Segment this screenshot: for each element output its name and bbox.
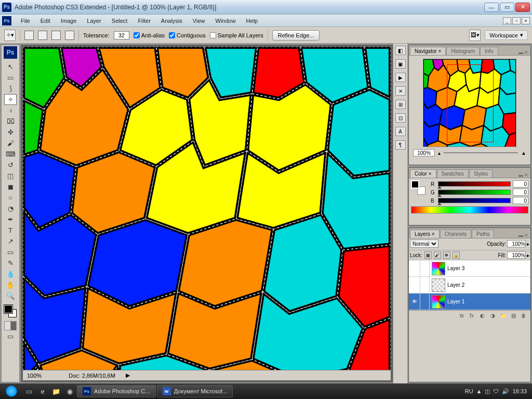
layer-thumbnail[interactable]	[432, 278, 445, 292]
start-button[interactable]	[1, 384, 22, 398]
refine-edge-button[interactable]: Refine Edge...	[272, 30, 320, 41]
new-selection-icon[interactable]	[24, 31, 34, 40]
eyedrop-tool[interactable]: 💧	[4, 269, 17, 280]
blue-input[interactable]	[513, 197, 528, 204]
move-tool[interactable]: ↖	[4, 61, 17, 72]
brush-tool[interactable]: 🖌	[4, 138, 17, 149]
antialias-checkbox[interactable]: Anti-alias	[134, 32, 165, 38]
tab-layers[interactable]: Layers ×	[410, 230, 440, 238]
ie-icon[interactable]: e	[36, 385, 49, 397]
menu-window[interactable]: Window	[210, 16, 241, 25]
stamp-tool[interactable]: ⌨	[4, 149, 17, 159]
layer-thumbnail[interactable]	[432, 295, 445, 309]
maximize-button[interactable]: ▭	[500, 3, 514, 12]
visibility-icon[interactable]	[409, 277, 420, 293]
quick-mask-toggle[interactable]	[4, 321, 17, 330]
volume-icon[interactable]: 🔊	[502, 388, 509, 395]
adjustment-layer-icon[interactable]: ◑	[489, 312, 496, 320]
lock-position-icon[interactable]: ✥	[443, 251, 450, 259]
menu-edit[interactable]: Edit	[35, 16, 56, 25]
doc-minimize-button[interactable]: _	[503, 17, 511, 24]
close-button[interactable]: ✕	[515, 3, 530, 12]
slice-tool[interactable]: ⌧	[4, 116, 17, 127]
visibility-icon[interactable]: 👁	[409, 294, 420, 310]
zoom-display[interactable]: 100%	[27, 373, 58, 379]
pen-tool[interactable]: ✒	[4, 214, 17, 225]
show-desktop-icon[interactable]: ▭	[23, 385, 35, 397]
crop-tool[interactable]: ⫞	[4, 105, 17, 116]
ps-logo-icon[interactable]: Ps	[2, 16, 11, 25]
type-tool[interactable]: T	[4, 225, 17, 236]
menu-layer[interactable]: Layer	[82, 16, 107, 25]
tray-icon[interactable]: 🛡	[493, 388, 499, 394]
red-slider[interactable]	[438, 181, 511, 187]
layer-row[interactable]: 👁 Layer 1	[409, 294, 530, 310]
dock-icon-1[interactable]: ▣	[395, 59, 406, 69]
new-layer-icon[interactable]: ▤	[510, 312, 517, 320]
lock-all-icon[interactable]: 🔒	[453, 251, 460, 259]
dodge-tool[interactable]: ◔	[4, 203, 17, 214]
menu-analysis[interactable]: Analysis	[156, 16, 188, 25]
zoom-out-icon[interactable]: ▴	[438, 150, 441, 156]
menu-filter[interactable]: Filter	[132, 16, 155, 25]
tab-paths[interactable]: Paths	[472, 230, 495, 238]
intersect-selection-icon[interactable]	[65, 31, 74, 40]
language-indicator[interactable]: RU	[465, 388, 473, 394]
marquee-tool[interactable]: ▭	[4, 72, 17, 83]
tray-icon[interactable]: ◫	[485, 388, 490, 395]
path-tool[interactable]: ↗	[4, 236, 17, 247]
panel-close-icon[interactable]: ✕	[524, 50, 528, 55]
lock-transparent-icon[interactable]: ▦	[424, 251, 432, 259]
layer-row[interactable]: Layer 2	[409, 277, 530, 294]
blur-tool[interactable]: ○	[4, 192, 17, 203]
zoom-tool[interactable]: 🔍	[4, 290, 17, 301]
contiguous-checkbox[interactable]: Contiguous	[169, 32, 206, 38]
add-selection-icon[interactable]	[38, 31, 47, 40]
history-tool[interactable]: ↺	[4, 159, 17, 170]
menu-select[interactable]: Select	[107, 16, 133, 25]
eraser-tool[interactable]: ◫	[4, 170, 17, 181]
blend-mode-select[interactable]: Normal	[410, 240, 438, 248]
tab-styles[interactable]: Styles	[469, 169, 493, 178]
menu-view[interactable]: View	[188, 16, 210, 25]
panel-close-icon[interactable]: ✕	[524, 172, 528, 178]
layer-link-cell[interactable]	[420, 260, 430, 276]
go-to-bridge-icon[interactable]: 🖼▾	[469, 30, 481, 41]
navigator-zoom-input[interactable]	[413, 149, 435, 156]
panel-minimize-icon[interactable]: ▬	[518, 172, 523, 178]
layer-name[interactable]: Layer 3	[447, 265, 464, 271]
green-slider[interactable]	[438, 190, 511, 195]
visibility-icon[interactable]	[409, 260, 420, 276]
heal-tool[interactable]: ✜	[4, 127, 17, 138]
layer-mask-icon[interactable]: ◐	[478, 312, 486, 320]
red-input[interactable]	[513, 180, 528, 188]
color-swatch[interactable]	[3, 304, 18, 318]
foreground-swatch[interactable]	[411, 180, 419, 189]
layer-name[interactable]: Layer 1	[447, 299, 464, 304]
taskbar-app[interactable]: PsAdobe Photoshop C...	[77, 385, 156, 397]
menu-help[interactable]: Help	[241, 16, 263, 25]
tab-swatches[interactable]: Swatches	[437, 169, 469, 178]
tab-histogram[interactable]: Histogram	[446, 47, 480, 55]
tolerance-input[interactable]	[114, 31, 129, 39]
screen-mode-button[interactable]: ▭	[4, 331, 17, 342]
sample-all-checkbox[interactable]: Sample All Layers	[210, 32, 263, 38]
gradient-tool[interactable]: ◼	[4, 181, 17, 192]
menu-image[interactable]: Image	[56, 16, 82, 25]
lock-image-icon[interactable]: 🖌	[434, 251, 441, 259]
doc-restore-button[interactable]: ▫	[512, 17, 521, 24]
layer-link-cell[interactable]	[420, 277, 430, 293]
dock-icon-4[interactable]: ⊞	[395, 100, 406, 109]
tab-info[interactable]: Info	[480, 47, 498, 55]
foreground-color[interactable]	[4, 305, 12, 313]
lasso-tool[interactable]: ⟆	[4, 83, 17, 94]
color-ramp[interactable]	[411, 206, 528, 214]
panel-minimize-icon[interactable]: ▬	[518, 50, 523, 55]
subtract-selection-icon[interactable]	[51, 31, 61, 40]
zoom-in-icon[interactable]: ▲	[521, 150, 526, 156]
layer-name[interactable]: Layer 2	[447, 282, 464, 288]
delete-layer-icon[interactable]: 🗑	[520, 312, 527, 320]
dock-icon-2[interactable]: ▶	[395, 73, 406, 82]
color-panel-swatch[interactable]	[411, 180, 425, 195]
layer-link-cell[interactable]	[420, 294, 430, 310]
